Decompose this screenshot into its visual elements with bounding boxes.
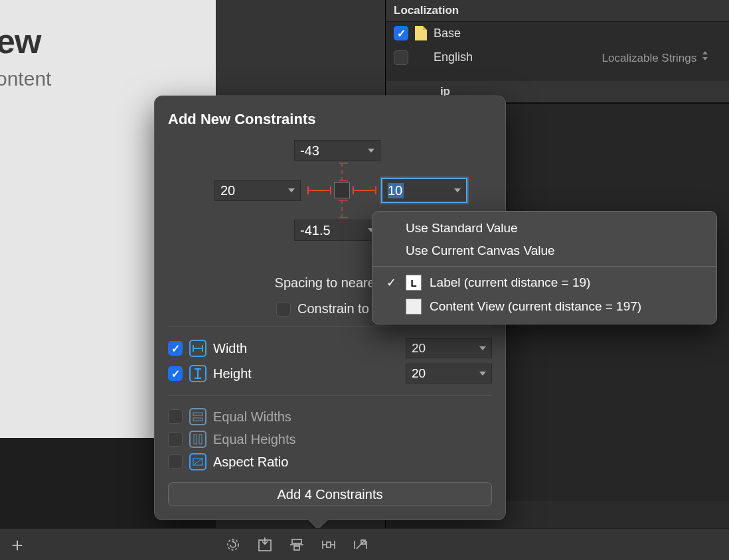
dropdown-caret-icon	[479, 372, 486, 376]
menu-use-standard-label: Use Standard Value	[406, 221, 518, 236]
height-checkbox[interactable]: ✓	[168, 366, 183, 381]
left-spacing-field[interactable]: 20	[214, 180, 301, 201]
svg-rect-10	[294, 546, 299, 550]
menu-use-current-label: Use Current Canvas Value	[406, 244, 555, 258]
right-strut-icon[interactable]	[353, 190, 376, 191]
aspect-ratio-row: Aspect Ratio	[168, 451, 492, 473]
menu-neighbor-content-view[interactable]: Content View (current distance = 197)	[372, 295, 716, 318]
add-constraints-button[interactable]: Add 4 Constraints	[168, 482, 492, 506]
width-checkbox[interactable]: ✓	[168, 341, 183, 356]
dropdown-caret-icon	[288, 188, 295, 192]
width-value: 20	[412, 341, 426, 356]
left-spacing-value: 20	[220, 183, 235, 198]
dropdown-caret-icon	[368, 149, 374, 153]
menu-use-current-canvas-value[interactable]: Use Current Canvas Value	[372, 240, 716, 262]
menu-neighbor-content-view-text: Content View (current distance = 197)	[430, 299, 641, 314]
aspect-ratio-checkbox[interactable]	[168, 455, 183, 469]
right-spacing-field[interactable]: 10	[381, 178, 467, 203]
top-strut-icon[interactable]	[341, 163, 343, 181]
equal-heights-checkbox[interactable]	[168, 432, 183, 447]
svg-rect-0	[193, 413, 202, 415]
english-checkbox[interactable]	[394, 50, 408, 65]
svg-rect-13	[327, 542, 331, 547]
aspect-ratio-icon	[189, 453, 206, 470]
svg-line-5	[194, 459, 202, 464]
svg-rect-2	[194, 435, 197, 444]
anchor-center-icon	[334, 182, 350, 198]
popup-arrows-icon	[702, 50, 709, 62]
bottom-spacing-field[interactable]: -41.5	[294, 220, 380, 241]
height-label: Height	[213, 366, 252, 382]
base-label: Base	[434, 27, 461, 40]
width-field[interactable]: 20	[406, 338, 492, 358]
width-row: ✓ Width 20	[168, 336, 492, 361]
menu-neighbor-label[interactable]: ✓ L Label (current distance = 19)	[372, 271, 716, 295]
neighbor-context-menu: Use Standard Value Use Current Canvas Va…	[372, 211, 717, 324]
dropdown-caret-icon	[454, 188, 461, 192]
left-strut-icon[interactable]	[307, 190, 331, 191]
height-value: 20	[412, 366, 426, 381]
view-swatch-icon	[406, 299, 422, 315]
menu-neighbor-label-text: Label (current distance = 19)	[430, 275, 590, 290]
popover-title: Add New Constraints	[168, 111, 492, 128]
constrain-to-margins-checkbox[interactable]	[276, 302, 291, 316]
canvas-bottom-toolbar: ＋	[0, 528, 729, 560]
height-field[interactable]: 20	[406, 364, 492, 384]
english-mode-popup[interactable]: Localizable Strings	[598, 48, 721, 66]
height-row: ✓ Height 20	[168, 361, 492, 386]
add-button-icon[interactable]: ＋	[8, 532, 27, 557]
dropdown-caret-icon	[479, 346, 486, 350]
localization-header: Localization	[386, 0, 729, 22]
base-checkbox[interactable]: ✓	[394, 26, 408, 40]
menu-check-icon: ✓	[384, 275, 398, 290]
svg-rect-9	[292, 539, 301, 543]
file-icon	[415, 26, 427, 40]
menu-use-standard-value[interactable]: Use Standard Value	[372, 217, 716, 240]
english-mode-value: Localizable Strings	[602, 52, 697, 64]
top-spacing-value: -43	[300, 143, 319, 159]
svg-rect-1	[193, 418, 202, 421]
english-label: English	[434, 50, 473, 64]
equal-heights-label: Equal Heights	[213, 432, 296, 447]
equal-widths-label: Equal Widths	[213, 409, 291, 425]
canvas-subtitle-fragment: ontent	[0, 68, 51, 90]
constrain-to-margins-label: Constrain to m	[297, 301, 384, 316]
add-constraints-button-label: Add 4 Constraints	[278, 487, 383, 502]
canvas-title-fragment: ew	[0, 21, 40, 61]
localization-english-row: English Localizable Strings	[386, 44, 729, 70]
equal-heights-row: Equal Heights	[168, 428, 492, 451]
right-spacing-value: 10	[388, 183, 404, 198]
equal-widths-icon	[189, 408, 206, 425]
svg-rect-3	[199, 435, 202, 444]
label-swatch-icon: L	[406, 275, 422, 291]
resolve-issues-icon[interactable]	[351, 535, 370, 555]
embed-in-icon[interactable]	[255, 535, 275, 555]
bottom-spacing-value: -41.5	[300, 223, 331, 238]
width-icon	[189, 340, 206, 357]
equal-widths-checkbox[interactable]	[168, 409, 183, 424]
equal-heights-icon	[189, 431, 206, 448]
update-frames-icon[interactable]	[223, 535, 243, 555]
aspect-ratio-label: Aspect Ratio	[213, 455, 288, 470]
localization-base-row: ✓ Base	[386, 22, 729, 44]
add-constraints-icon[interactable]	[319, 535, 339, 555]
width-label: Width	[213, 341, 247, 356]
height-icon	[189, 365, 206, 382]
bottom-strut-icon[interactable]	[341, 200, 343, 218]
top-spacing-field[interactable]: -43	[294, 140, 380, 161]
equal-widths-row: Equal Widths	[168, 405, 492, 428]
align-icon[interactable]	[287, 535, 307, 555]
